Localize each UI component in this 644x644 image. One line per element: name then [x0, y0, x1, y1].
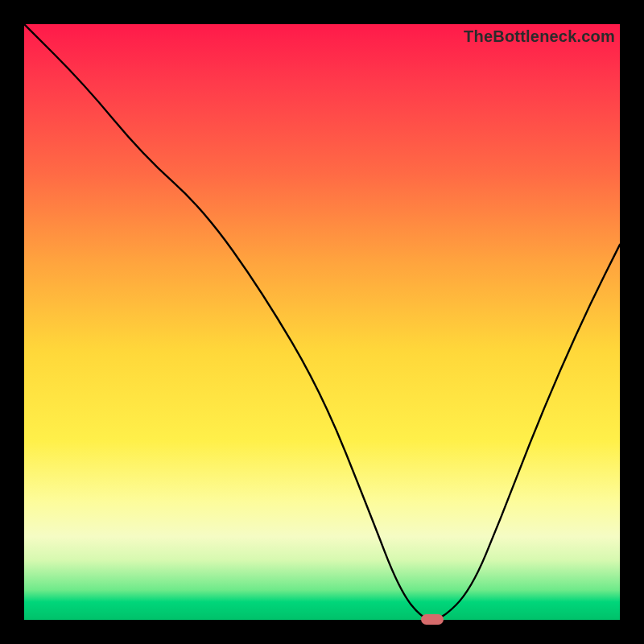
- chart-frame: TheBottleneck.com: [0, 0, 644, 644]
- curve-path: [24, 24, 620, 620]
- optimal-point-marker: [421, 614, 444, 625]
- plot-area: TheBottleneck.com: [24, 24, 620, 620]
- bottleneck-curve: [24, 24, 620, 620]
